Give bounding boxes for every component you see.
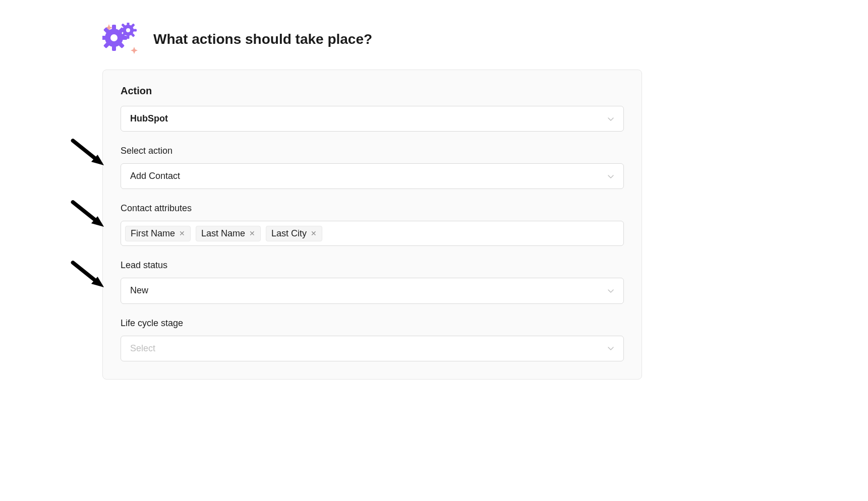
page-title: What actions should take place? (153, 31, 372, 48)
lead-status-label: Lead status (121, 260, 624, 271)
lead-status-select[interactable]: New (121, 278, 624, 303)
select-action-label: Select action (121, 146, 624, 156)
action-value: Add Contact (130, 170, 180, 182)
tag-first-name: First Name ✕ (125, 226, 191, 241)
contact-attributes-label: Contact attributes (121, 203, 624, 214)
svg-rect-11 (127, 23, 130, 25)
chevron-down-icon (607, 345, 614, 352)
section-header: What actions should take place? (102, 23, 642, 55)
svg-rect-12 (127, 35, 130, 39)
action-section-label: Action (121, 85, 624, 97)
action-panel: Action HubSpot Select action Add Contact… (102, 70, 642, 380)
action-select[interactable]: Add Contact (121, 163, 624, 189)
svg-rect-1 (112, 25, 116, 30)
life-cycle-stage-select[interactable]: Select (121, 336, 624, 361)
tag-label: Last City (271, 228, 307, 239)
svg-rect-2 (112, 46, 116, 51)
chevron-down-icon (607, 287, 614, 294)
svg-point-19 (126, 28, 130, 32)
svg-rect-13 (120, 29, 123, 32)
life-cycle-stage-label: Life cycle stage (121, 318, 624, 329)
close-icon[interactable]: ✕ (249, 230, 255, 237)
lead-status-value: New (130, 284, 148, 297)
svg-point-9 (110, 34, 118, 41)
tag-label: First Name (131, 228, 175, 239)
contact-attributes-input[interactable]: First Name ✕ Last Name ✕ Last City ✕ (121, 221, 624, 246)
automation-gears-icon (102, 23, 140, 55)
integration-value: HubSpot (130, 112, 168, 125)
chevron-down-icon (607, 173, 614, 180)
close-icon[interactable]: ✕ (179, 230, 185, 237)
arrow-annotation-3 (62, 259, 120, 294)
integration-select[interactable]: HubSpot (121, 106, 624, 132)
svg-rect-14 (133, 29, 137, 32)
close-icon[interactable]: ✕ (311, 230, 317, 237)
arrow-annotation-2 (62, 199, 120, 234)
tag-last-city: Last City ✕ (266, 226, 322, 241)
svg-rect-3 (102, 36, 106, 40)
tag-last-name: Last Name ✕ (196, 226, 261, 241)
chevron-down-icon (607, 115, 614, 122)
action-config-section: What actions should take place? Action H… (102, 23, 642, 380)
life-cycle-stage-placeholder: Select (130, 342, 155, 355)
tag-label: Last Name (201, 228, 245, 239)
arrow-annotation-1 (62, 137, 120, 172)
